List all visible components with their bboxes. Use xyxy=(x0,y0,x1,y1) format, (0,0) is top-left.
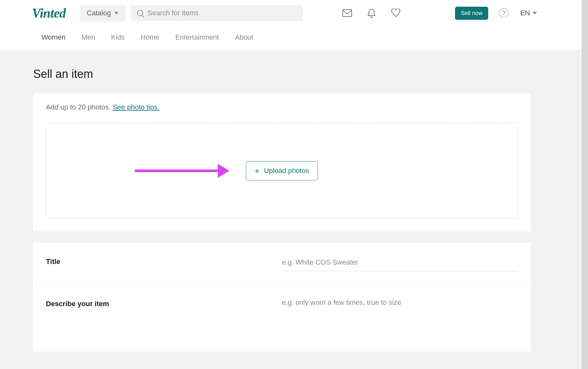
search-input[interactable] xyxy=(148,9,297,17)
search-bar[interactable] xyxy=(131,5,303,21)
nav-item-about[interactable]: About xyxy=(235,33,254,41)
arrow-line xyxy=(135,169,218,172)
title-input[interactable] xyxy=(282,256,518,271)
category-nav: Women Men Kids Home Entertainment About xyxy=(0,26,588,50)
nav-item-men[interactable]: Men xyxy=(81,33,95,41)
photos-hint-text: Add up to 20 photos. xyxy=(46,103,113,111)
photo-tips-link[interactable]: See photo tips. xyxy=(113,103,159,111)
describe-label: Describe your item xyxy=(46,298,282,308)
details-card: Title Describe your item xyxy=(33,243,531,351)
favorites-icon[interactable] xyxy=(391,8,401,18)
sell-now-button[interactable]: Sell now xyxy=(455,7,488,20)
describe-row: Describe your item xyxy=(33,285,531,351)
title-field-wrap xyxy=(282,256,518,271)
chevron-down-icon xyxy=(114,12,119,14)
photos-hint: Add up to 20 photos. See photo tips. xyxy=(46,103,518,111)
language-selector[interactable]: EN xyxy=(520,9,537,17)
title-row: Title xyxy=(33,243,531,285)
chevron-down-icon xyxy=(533,12,537,14)
arrow-head-icon xyxy=(218,164,229,178)
svg-rect-0 xyxy=(343,10,352,17)
messages-icon[interactable] xyxy=(342,8,352,18)
photo-dropzone[interactable]: + Upload photos xyxy=(46,123,518,219)
describe-input[interactable] xyxy=(282,298,518,337)
nav-item-home[interactable]: Home xyxy=(141,33,159,41)
header: Vinted Catalog Sell now ? EN Women Men K xyxy=(0,0,588,50)
nav-item-women[interactable]: Women xyxy=(41,33,65,41)
page-content: Sell an item Add up to 20 photos. See ph… xyxy=(0,50,588,369)
page-title: Sell an item xyxy=(33,67,555,81)
catalog-dropdown[interactable]: Catalog xyxy=(80,4,126,22)
scrollbar[interactable] xyxy=(582,0,588,369)
annotation-arrow xyxy=(135,164,229,178)
help-button[interactable]: ? xyxy=(499,8,509,18)
title-label: Title xyxy=(46,256,282,266)
upload-photos-label: Upload photos xyxy=(264,167,309,175)
upload-photos-button[interactable]: + Upload photos xyxy=(246,161,318,180)
photos-card: Add up to 20 photos. See photo tips. + U… xyxy=(33,94,531,231)
search-icon xyxy=(137,10,143,16)
logo[interactable]: Vinted xyxy=(32,5,66,21)
nav-item-entertainment[interactable]: Entertainment xyxy=(175,33,219,41)
plus-icon: + xyxy=(254,167,259,175)
header-top: Vinted Catalog Sell now ? EN xyxy=(0,0,588,26)
nav-item-kids[interactable]: Kids xyxy=(111,33,125,41)
language-label: EN xyxy=(520,9,530,17)
describe-field-wrap xyxy=(282,298,518,338)
notifications-icon[interactable] xyxy=(366,8,377,18)
catalog-label: Catalog xyxy=(87,9,111,17)
